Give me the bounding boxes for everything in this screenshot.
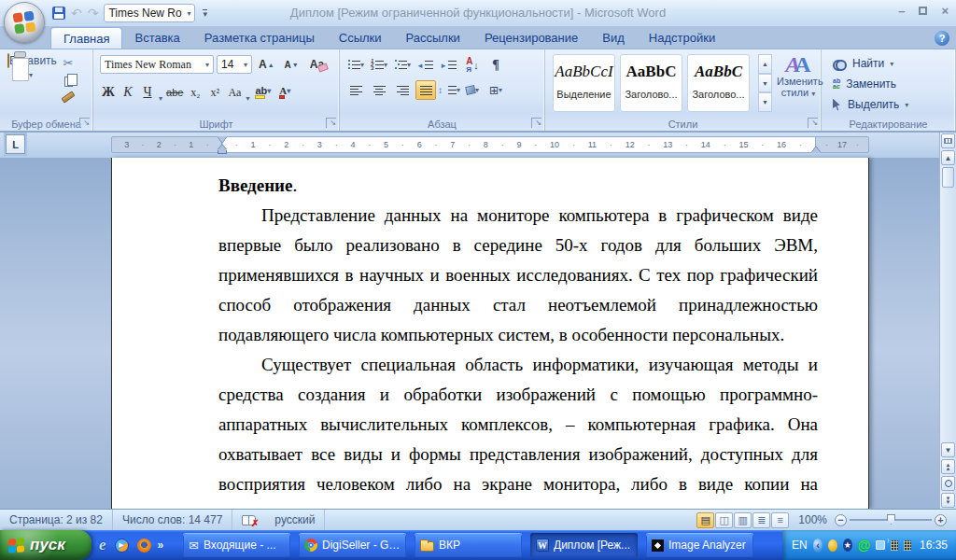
messenger-tray-icon[interactable] [828, 539, 836, 552]
find-button[interactable]: Найти ▾ [833, 57, 908, 70]
show-paragraph-marks-button[interactable]: ¶ [485, 55, 506, 75]
media-player-icon[interactable]: ▶ [115, 539, 129, 553]
select-browse-object-button[interactable] [941, 476, 955, 491]
select-button[interactable]: Выделить ▾ [833, 98, 908, 111]
font-name-combo[interactable]: Times New Roman ▾ [100, 55, 214, 74]
scroll-down-button[interactable]: ▼ [941, 442, 955, 457]
underline-button[interactable]: Ч [139, 82, 156, 103]
grow-font-button[interactable]: A▲ [255, 55, 278, 74]
increase-indent-button[interactable]: ▸ [439, 55, 459, 75]
start-button[interactable]: пуск [0, 530, 91, 560]
paragraph-dialog-launcher[interactable]: ↘ [531, 118, 541, 128]
font-size-combo[interactable]: 14 ▾ [217, 55, 252, 74]
close-button[interactable]: × [941, 4, 949, 18]
document-line[interactable]: впервые было реализовано в середине 50-х… [218, 231, 818, 260]
zoom-track[interactable] [850, 519, 932, 521]
styles-scroll-down-button[interactable]: ▼ [758, 74, 772, 93]
language-indicator[interactable]: русский [265, 510, 325, 530]
scroll-up-button[interactable]: ▲ [941, 150, 955, 165]
fullscreen-reading-view-button[interactable]: ◫ [715, 512, 733, 528]
justify-button[interactable] [415, 80, 436, 100]
tab-razmetka[interactable]: Разметка страницы [192, 27, 327, 49]
document-line[interactable]: средства создания и обработки изображени… [218, 380, 818, 410]
grid-tray-icon[interactable] [891, 540, 898, 551]
shrink-font-button[interactable]: A▼ [281, 55, 302, 74]
cut-icon[interactable]: ✂ [63, 57, 74, 69]
left-indent-marker[interactable] [218, 145, 227, 154]
tab-glavnaya[interactable]: Главная [50, 27, 122, 49]
sort-button[interactable]: АЯ↓ [462, 55, 483, 75]
superscript-button[interactable]: x² [206, 82, 223, 103]
web-layout-view-button[interactable]: ▥ [734, 512, 752, 528]
document-line[interactable]: Представление данных на мониторе компьют… [218, 201, 818, 231]
taskbar-button-digiseller[interactable]: DigiSeller - Go... [299, 533, 406, 557]
customize-qat-button[interactable]: ▾ [203, 9, 207, 18]
borders-button[interactable]: ⊞▾ [485, 80, 506, 100]
scrollbar-thumb[interactable] [942, 167, 954, 188]
redo-icon[interactable]: ↷ [88, 7, 99, 20]
tray-collapse-chevron-icon[interactable]: ‹ [813, 539, 823, 553]
style-card-vydelenie[interactable]: AaBbCcI Выделение [553, 54, 615, 112]
language-bar[interactable]: EN [792, 539, 808, 552]
grid-tray-icon[interactable] [904, 540, 911, 551]
tab-recenzirovanie[interactable]: Рецензирование [472, 27, 590, 49]
chevron-down-icon[interactable]: ▾ [246, 94, 249, 103]
document-line[interactable]: аппаратных вычислительных комплексов, – … [218, 410, 818, 440]
align-center-button[interactable] [369, 80, 389, 100]
styles-scroll-up-button[interactable]: ▲ [758, 54, 772, 74]
strikethrough-button[interactable]: abe [165, 82, 184, 103]
chevron-down-icon[interactable]: ▾ [159, 94, 162, 103]
document-line[interactable]: способ отображения данных стал неотъемле… [218, 290, 818, 320]
previous-page-button[interactable]: ▲ ▲ [941, 459, 955, 474]
document-line[interactable]: охватывает все виды и формы представлени… [218, 440, 818, 469]
ruler-toggle-button[interactable] [941, 133, 955, 148]
format-painter-icon[interactable] [62, 91, 76, 104]
qat-font-combo[interactable]: Times New Ro ▾ [104, 4, 195, 22]
print-layout-view-button[interactable]: ▤ [696, 512, 714, 528]
document-heading[interactable]: Введение. [218, 171, 818, 201]
restore-button[interactable] [919, 4, 927, 18]
paste-button[interactable]: Вставить ▾ [7, 54, 54, 80]
decrease-indent-button[interactable]: ◂ [415, 55, 436, 75]
tab-rassylki[interactable]: Рассылки [394, 27, 472, 49]
highlight-button[interactable]: ab ▾ [252, 82, 274, 103]
document-line[interactable]: Существует специальная область информати… [218, 350, 818, 380]
document-line[interactable]: восприятия человеком либо на экране мони… [218, 469, 818, 499]
taskbar-button-word[interactable]: W Диплом [Реж... [530, 533, 638, 557]
document-page[interactable]: Введение. Представление данных на монито… [111, 158, 869, 509]
help-button[interactable]: ? [935, 31, 949, 46]
icq-tray-icon[interactable]: @ [858, 538, 871, 553]
right-indent-marker[interactable] [811, 147, 821, 153]
style-card-zagolovok1[interactable]: AaBbC Заголово... [620, 54, 682, 112]
internet-explorer-icon[interactable]: e [99, 536, 106, 554]
document-line[interactable]: применявшихся в научных и военных исслед… [218, 260, 818, 290]
star-tray-icon[interactable]: ★ [843, 539, 852, 552]
minimize-button[interactable]: – [898, 4, 905, 18]
first-line-indent-marker[interactable] [218, 136, 227, 143]
page-number-indicator[interactable]: Страница: 2 из 82 [0, 510, 113, 530]
change-styles-button[interactable]: AA Изменить стили ▾ [777, 53, 820, 100]
tab-stop-selector[interactable]: L [6, 134, 25, 154]
italic-button[interactable]: К [120, 82, 136, 103]
zoom-out-button[interactable]: − [835, 514, 847, 526]
next-page-button[interactable]: ▼ ▼ [941, 493, 955, 508]
font-color-button[interactable]: А ▾ [276, 82, 293, 103]
tab-nadstroyki[interactable]: Надстройки [637, 27, 727, 49]
align-left-button[interactable] [345, 80, 366, 100]
replace-button[interactable]: abac Заменить [833, 77, 908, 91]
line-spacing-button[interactable]: ↕▾ [439, 80, 459, 100]
zoom-in-button[interactable]: + [935, 514, 947, 526]
numbering-button[interactable]: ▾ [369, 55, 389, 75]
network-tray-icon[interactable] [876, 540, 885, 550]
styles-gallery-expand-button[interactable]: ▼ [758, 92, 772, 112]
bold-button[interactable]: Ж [100, 82, 117, 103]
undo-icon[interactable]: ↶ [71, 7, 82, 20]
tab-vstavka[interactable]: Вставка [122, 27, 191, 49]
office-button[interactable] [4, 2, 45, 43]
taskbar-button-vkr-folder[interactable]: ВКР [415, 533, 522, 557]
save-icon[interactable] [52, 7, 65, 20]
quick-launch-chevron-icon[interactable]: » [158, 539, 164, 552]
word-count-indicator[interactable]: Число слов: 14 477 [113, 510, 232, 530]
spellcheck-indicator[interactable] [232, 510, 265, 530]
font-dialog-launcher[interactable]: ↘ [326, 118, 336, 128]
